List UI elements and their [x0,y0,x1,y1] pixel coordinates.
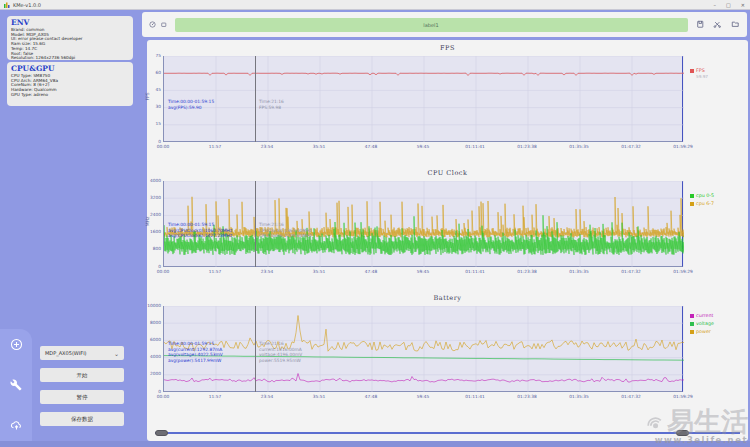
add-icon[interactable] [10,338,23,351]
x-axis-ticks: 00:0011:5723:5435:5147:4859:4501:11:4101… [163,269,683,276]
legend-item[interactable]: power [690,329,714,334]
x-axis-ticks: 00:0011:5723:5435:5147:4859:4501:11:4101… [163,144,683,151]
plot-area[interactable] [163,306,683,392]
chart-fps: FPS75604530150FPS00:0011:5723:5435:5147:… [147,41,748,166]
app-body: ENV Brand: commonModel: MDP_AX05UI: erro… [0,10,750,447]
legend-item[interactable]: voltage [690,321,714,326]
main-area: label1 FPS75604530150FPS00:0011:5723:543… [140,10,750,447]
cursor-annotation: Time:21:16FPS:59.98 [259,99,284,110]
chevron-down-icon: ⌄ [114,350,119,357]
pause-button[interactable]: 暂停 [40,390,124,404]
chart-battery: Battery100008000600040002000000:0011:572… [147,291,748,416]
timer-icon[interactable] [149,21,156,28]
summary-annotation: Time:00:00-01:59:15avg(current):1292.87m… [168,341,223,364]
cpu-gpu-heading: CPU&GPU [11,64,129,73]
x-axis-ticks: 00:0011:5723:5435:5147:4859:4501:11:4101… [163,394,683,401]
charts-panel: FPS75604530150FPS00:0011:5723:5435:5147:… [147,40,748,441]
summary-annotation: Time:00:00-01:59:15avg(FPS):59.90 [168,99,214,110]
y-axis-label: MHz [145,216,150,226]
topbar: label1 [142,12,747,37]
chart-title: FPS [147,44,748,52]
tool-strip [0,329,32,441]
legend-item[interactable]: FPS [690,68,708,73]
legend: FPS59.97 [690,68,708,82]
maximize-button[interactable]: □ [726,2,731,8]
y-axis-label: FPS [145,92,150,100]
save-icon[interactable] [696,20,705,29]
y-axis-ticks: 1000080006000400020000 [147,306,162,392]
plot-area[interactable] [163,56,683,142]
cursor-annotation: Time:21:16current:1316.00mAvoltage:4196.… [259,341,302,364]
legend-item[interactable]: cpu 6-7 [690,201,714,206]
label-input[interactable]: label1 [175,18,688,32]
chart-cpu-clock: CPU Clock40003200240016008000MHz00:0011:… [147,166,748,291]
window-title: KMe-v1.0.0 [13,2,41,8]
plot-area[interactable] [163,181,683,267]
window-controls: – □ ✕ [714,0,745,10]
slider-handle-right[interactable] [676,430,689,436]
info-line: Resolution: 1264x2736 560dpi [11,56,129,61]
display-icon[interactable] [161,22,167,28]
cursor-line [255,306,256,392]
env-panel: ENV Brand: commonModel: MDP_AX05UI: erro… [7,16,133,60]
window-titlebar: KMe-v1.0.0 – □ ✕ [0,0,750,10]
summary-annotation: Time:00:00-01:59:15avg(CPUClock0):1060.7… [168,222,232,239]
cursor-annotation: Time:21:16CPUClock0:1363.00MHzCPUClock6:… [259,222,312,239]
cursor-line [255,181,256,267]
legend: cpu 0-5cpu 6-7 [690,193,714,209]
window-bottom-edge [0,441,750,447]
app-icon [4,2,10,8]
device-select[interactable]: MDP_AX05(WIFI) ⌄ [40,346,124,360]
env-heading: ENV [11,18,129,27]
scissors-icon[interactable] [713,20,722,29]
chart-title: CPU Clock [147,169,748,177]
sidebar: ENV Brand: commonModel: MDP_AX05UI: erro… [0,10,140,447]
chart-title: Battery [147,294,748,302]
cloud-upload-icon[interactable] [10,419,23,432]
wrench-icon[interactable] [10,379,22,391]
legend-item[interactable]: current [690,313,714,318]
cpu-gpu-panel: CPU&GPU CPU Type: SM8750CPU Arch: ARM64_… [7,62,133,106]
slider-track[interactable] [155,432,740,434]
time-range-slider [155,429,740,437]
info-line: GPU Type: adreno [11,93,129,98]
close-button[interactable]: ✕ [741,2,745,8]
label-input-value: label1 [423,22,438,28]
folder-icon[interactable] [731,20,740,29]
env-lines: Brand: commonModel: MDP_AX05UI: error pl… [11,28,129,61]
slider-handle-left[interactable] [155,430,168,436]
minimize-button[interactable]: – [714,2,717,8]
cursor-line [255,56,256,142]
legend-item[interactable]: cpu 0-5 [690,193,714,198]
save-data-button[interactable]: 保存数据 [40,412,124,426]
legend: currentvoltagepower [690,313,714,337]
device-select-value: MDP_AX05(WIFI) [45,350,87,356]
start-button[interactable]: 开始 [40,368,124,382]
cpu-gpu-lines: CPU Type: SM8750CPU Arch: ARM64_V8aCoreN… [11,74,129,98]
